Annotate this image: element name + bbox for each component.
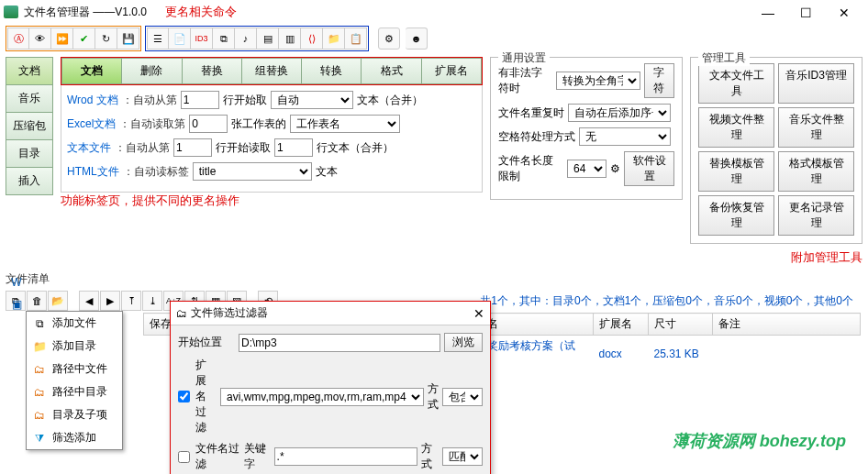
ltb-right-icon[interactable]: ▶ xyxy=(100,291,120,311)
replace-tpl-button[interactable]: 替换模板管理 xyxy=(698,151,774,192)
annotation-toolbar: 更名相关命令 xyxy=(165,4,237,20)
html-label: HTML文件 xyxy=(67,164,119,180)
app-icon xyxy=(4,6,18,18)
close-button[interactable]: ✕ xyxy=(839,6,851,18)
side-word-icon[interactable]: W xyxy=(7,273,26,292)
col-size[interactable]: 尺寸 xyxy=(649,314,713,336)
htab-delete[interactable]: 删除 xyxy=(122,58,182,84)
ltb-top-icon[interactable]: ⤒ xyxy=(121,291,141,311)
len-select[interactable]: 64 xyxy=(567,160,606,178)
tb-check-icon[interactable]: ✔ xyxy=(73,28,95,50)
tb-code-icon[interactable]: ⟨⟩ xyxy=(301,28,323,50)
ext-filter-select[interactable]: avi,wmv,mpg,mpeg,mov,rm,ram,mp4 xyxy=(220,388,424,406)
col-ext[interactable]: 扩展名 xyxy=(594,314,649,336)
toolbar-group-2: ☰ 📄 ID3 ⧉ ♪ ▤ ▥ ⟨⟩ 📁 📋 xyxy=(145,26,369,51)
name-mode-select[interactable]: 匹配 xyxy=(442,447,483,466)
html-tag-select[interactable]: title xyxy=(193,162,312,181)
txt-label: 文本文件 xyxy=(67,140,111,156)
horizontal-tabs: 文档 删除 替换 组替换 转换 格式 扩展名 xyxy=(61,57,483,85)
settings-icon[interactable]: ⚙ xyxy=(378,28,400,50)
tb-notes-icon[interactable]: 📋 xyxy=(345,28,367,50)
vtab-dir[interactable]: 目录 xyxy=(6,140,53,168)
toolbar-group-1: Ⓐ 👁 ⏩ ✔ ↻ 💾 xyxy=(6,26,141,51)
browse-button[interactable]: 浏览 xyxy=(444,333,483,352)
name-filter-check[interactable] xyxy=(178,451,190,463)
dup-select[interactable]: 自动在后添加序号 xyxy=(568,104,671,122)
ltb-open-icon[interactable]: 📂 xyxy=(48,291,68,311)
start-path-input[interactable] xyxy=(239,334,440,352)
tb-eye-icon[interactable]: 👁 xyxy=(29,28,51,50)
side-folder-icon[interactable]: ▣ xyxy=(7,295,26,314)
txt-start-input[interactable] xyxy=(173,138,212,157)
illegal-char-select[interactable]: 转换为全角字符 xyxy=(556,72,640,90)
word-label: Wrod 文档 xyxy=(67,93,118,108)
htab-format[interactable]: 格式 xyxy=(362,58,421,84)
txt-count-input[interactable] xyxy=(274,138,313,157)
vtab-insert[interactable]: 插入 xyxy=(6,168,53,195)
id3-tool-button[interactable]: 音乐ID3管理 xyxy=(778,63,854,104)
minimize-button[interactable]: — xyxy=(762,6,774,18)
video-tool-button[interactable]: 视频文件整理 xyxy=(698,107,774,148)
ltb-bottom-icon[interactable]: ⤓ xyxy=(142,291,162,311)
word-line-input[interactable] xyxy=(181,91,219,109)
rename-log-button[interactable]: 更名记录管理 xyxy=(778,195,854,236)
ltb-left-icon[interactable]: ◀ xyxy=(79,291,99,311)
excel-sheet-input[interactable] xyxy=(189,115,228,133)
space-select[interactable]: 无 xyxy=(579,127,671,146)
ext-mode-select[interactable]: 包含 xyxy=(442,388,483,406)
tb-copy-icon[interactable]: ⧉ xyxy=(213,28,235,50)
annotation-tools: 附加管理工具 xyxy=(690,249,862,266)
menu-filter-add[interactable]: ⧩筛选添加 xyxy=(27,426,122,449)
gear-icon[interactable]: ⚙ xyxy=(610,162,620,175)
tb-refresh-icon[interactable]: ↻ xyxy=(95,28,117,50)
annotation-tabs: 功能标签页，提供不同的更名操作 xyxy=(61,193,483,209)
tb-folder-icon[interactable]: 📁 xyxy=(323,28,345,50)
help-icon[interactable]: ☻ xyxy=(406,28,428,50)
tb-save-icon[interactable]: 💾 xyxy=(117,28,139,50)
col-remark[interactable]: 备注 xyxy=(713,314,861,336)
add-context-menu: ⧉添加文件 📁添加目录 🗂路径中文件 🗂路径中目录 🗂目录及子项 ⧩筛选添加 xyxy=(26,311,123,450)
htab-replace[interactable]: 替换 xyxy=(183,58,242,84)
tb-doc-icon[interactable]: 📄 xyxy=(169,28,191,50)
keyword-input[interactable] xyxy=(274,447,417,466)
char-button[interactable]: 字符 xyxy=(644,63,675,98)
tb-forward-icon[interactable]: ⏩ xyxy=(51,28,73,50)
excel-label: Excel文档 xyxy=(67,116,116,132)
tb-music-icon[interactable]: ♪ xyxy=(235,28,257,50)
backup-button[interactable]: 备份恢复管理 xyxy=(698,195,774,236)
htab-ext[interactable]: 扩展名 xyxy=(422,58,482,84)
vtab-doc[interactable]: 文档 xyxy=(6,57,53,85)
menu-add-file[interactable]: ⧉添加文件 xyxy=(27,312,122,335)
tb-page2-icon[interactable]: ▥ xyxy=(279,28,301,50)
tb-ai-icon[interactable]: Ⓐ xyxy=(7,28,29,50)
tb-id3-icon[interactable]: ID3 xyxy=(191,28,213,50)
vtab-music[interactable]: 音乐 xyxy=(6,85,53,113)
tb-page-icon[interactable]: ▤ xyxy=(257,28,279,50)
menu-add-dir[interactable]: 📁添加目录 xyxy=(27,335,122,358)
htab-doc[interactable]: 文档 xyxy=(61,58,122,84)
text-tool-button[interactable]: 文本文件工具 xyxy=(698,63,774,104)
htab-convert[interactable]: 转换 xyxy=(302,58,362,84)
tb-list-icon[interactable]: ☰ xyxy=(147,28,169,50)
maximize-button[interactable]: ☐ xyxy=(800,6,813,18)
format-tpl-button[interactable]: 格式模板管理 xyxy=(778,151,854,192)
tools-group: 管理工具 文本文件工具 音乐ID3管理 视频文件整理 音乐文件整理 替换模板管理… xyxy=(690,57,862,244)
soft-settings-button[interactable]: 软件设置 xyxy=(624,151,674,186)
general-settings-group: 通用设置 有非法字符时 转换为全角字符 字符 文件名重复时 自动在后添加序号 空… xyxy=(490,57,683,200)
filter-dialog: 🗂 文件筛选过滤器 ✕ 开始位置 浏览 扩展名过滤 avi,wmv,mpg,mp… xyxy=(170,301,491,474)
music-tool-button[interactable]: 音乐文件整理 xyxy=(778,107,854,148)
watermark: 薄荷资源网 bohezy.top xyxy=(673,430,846,452)
dialog-icon: 🗂 xyxy=(176,307,187,320)
dialog-close-button[interactable]: ✕ xyxy=(473,306,484,321)
vertical-tabs: 文档 音乐 压缩包 目录 插入 xyxy=(6,57,53,195)
file-list-header: 文件清单 xyxy=(0,270,868,289)
menu-path-file[interactable]: 🗂路径中文件 xyxy=(27,358,122,380)
excel-name-select[interactable]: 工作表名 xyxy=(290,115,400,133)
htab-groupreplace[interactable]: 组替换 xyxy=(242,58,302,84)
ext-filter-check[interactable] xyxy=(178,391,190,402)
vtab-zip[interactable]: 压缩包 xyxy=(6,113,53,140)
word-mode-select[interactable]: 自动 xyxy=(271,91,353,109)
ltb-trash-icon[interactable]: 🗑 xyxy=(27,291,47,311)
menu-dir-sub[interactable]: 🗂目录及子项 xyxy=(27,403,122,426)
menu-path-dir[interactable]: 🗂路径中目录 xyxy=(27,380,122,403)
